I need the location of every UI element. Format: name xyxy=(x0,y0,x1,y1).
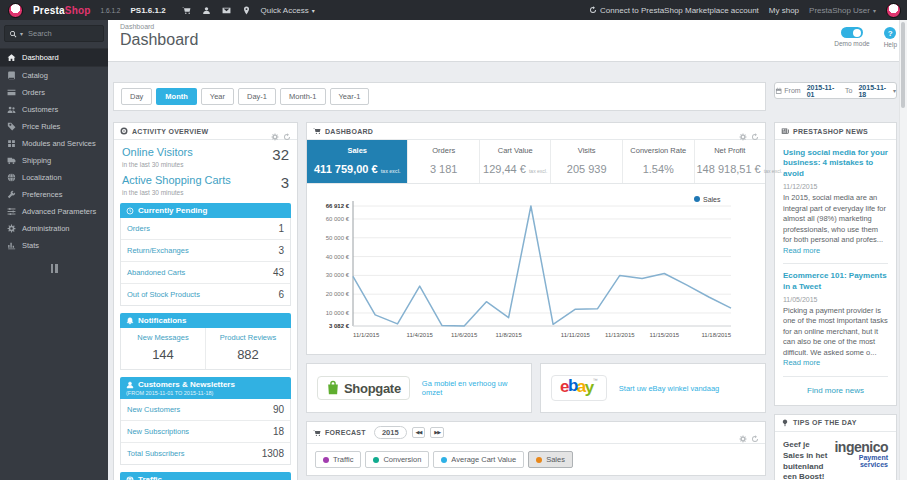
customers-row: Total Subscribers1308 xyxy=(121,443,290,464)
kpi-tab-net-profit[interactable]: Net Profit 148 918,51 € tax excl. xyxy=(694,140,766,183)
chevron-down-icon: ▾ xyxy=(873,7,876,14)
brand-presta: Presta xyxy=(33,5,65,16)
pending-row: Orders1 xyxy=(121,218,290,240)
gear-icon xyxy=(271,133,279,141)
conversion-dot-icon xyxy=(373,457,379,463)
forecast-average-cart-value-button[interactable]: Average Cart Value xyxy=(433,451,524,468)
my-shop-link[interactable]: My shop xyxy=(769,6,799,15)
panel-settings-button[interactable] xyxy=(739,127,747,135)
sidebar-item-localization[interactable]: Localization xyxy=(0,169,108,186)
mail-icon[interactable] xyxy=(222,6,231,15)
lightbulb-icon xyxy=(781,419,789,427)
out-of-stock-link[interactable]: Out of Stock Products xyxy=(127,290,200,299)
forecast-sales-button[interactable]: Sales xyxy=(528,451,573,468)
forecast-traffic-button[interactable]: Traffic xyxy=(315,451,361,468)
product-reviews-link[interactable]: Product Reviews xyxy=(208,333,288,342)
scrollbar[interactable] xyxy=(899,20,907,480)
shopgate-link[interactable]: Ga mobiel en verhoog uw omzet xyxy=(422,379,521,397)
svg-text:66 912 €: 66 912 € xyxy=(326,203,350,209)
read-more-link[interactable]: Read more xyxy=(783,358,820,367)
news-article-title[interactable]: Ecommerce 101: Payments in a Tweet xyxy=(783,271,888,292)
total-subscribers-link[interactable]: Total Subscribers xyxy=(127,449,185,458)
truck-icon xyxy=(7,156,16,165)
user-icon[interactable] xyxy=(202,6,211,15)
sidebar-item-stats[interactable]: Stats xyxy=(0,237,108,254)
news-article-date: 11/12/2015 xyxy=(783,183,888,190)
new-messages-link[interactable]: New Messages xyxy=(123,333,203,342)
kpi-tab-cart-value[interactable]: Cart Value 129,44 € tax excl. xyxy=(479,140,551,183)
svg-text:50 000 €: 50 000 € xyxy=(326,235,350,241)
brand-shop: Shop xyxy=(65,5,91,16)
sidebar-item-customers[interactable]: Customers xyxy=(0,101,108,118)
sidebar-item-advanced-parameters[interactable]: Advanced Parameters xyxy=(0,203,108,220)
date-range-picker[interactable]: From 2015-11-01 To 2015-11-18 ▾ xyxy=(774,82,897,99)
ebay-link[interactable]: Start uw eBay winkel vandaag xyxy=(619,384,719,393)
cart-icon xyxy=(313,429,321,437)
help-icon[interactable]: ? xyxy=(884,27,896,39)
panel-settings-button[interactable] xyxy=(739,429,747,437)
user-menu[interactable]: PrestaShop User▾ xyxy=(809,6,876,15)
sidebar-search[interactable]: ▾ xyxy=(4,25,104,42)
demo-mode-toggle[interactable] xyxy=(841,27,863,38)
kpi-tab-orders[interactable]: Orders 3 181 xyxy=(407,140,479,183)
filter-month-1-button[interactable]: Month-1 xyxy=(280,88,326,105)
find-more-news-link[interactable]: Find more news xyxy=(783,384,888,401)
topbar: PrestaShop 1.6.1.2 PS1.6.1.2 Quick Acces… xyxy=(0,0,907,20)
wrench-icon xyxy=(7,190,16,199)
marketplace-link[interactable]: Connect to PrestaShop Marketplace accoun… xyxy=(589,6,759,15)
refresh-icon xyxy=(283,133,291,141)
kpi-row: Sales 411 759,00 € tax excl. Orders 3 18… xyxy=(307,140,765,184)
filter-day-1-button[interactable]: Day-1 xyxy=(238,88,276,105)
dashboard-panel: DASHBOARD Sales 411 759,00 € tax excl. xyxy=(306,122,766,355)
pending-row: Abandoned Carts43 xyxy=(121,262,290,284)
sidebar-item-orders[interactable]: Orders xyxy=(0,84,108,101)
sidebar-item-preferences[interactable]: Preferences xyxy=(0,186,108,203)
scrollbar-thumb[interactable] xyxy=(901,22,905,108)
svg-text:11/4/2015: 11/4/2015 xyxy=(407,332,434,338)
filter-year-1-button[interactable]: Year-1 xyxy=(330,88,370,105)
collapse-menu-button[interactable] xyxy=(48,264,60,273)
filter-month-button[interactable]: Month xyxy=(156,88,197,105)
sidebar-item-catalog[interactable]: Catalog xyxy=(0,67,108,84)
avatar[interactable] xyxy=(886,3,901,18)
customers-row: New Subscriptions18 xyxy=(121,421,290,443)
search-icon xyxy=(9,30,17,38)
sidebar-menu: Dashboard Catalog Orders Customers Price… xyxy=(0,48,108,254)
demo-mode-label: Demo mode xyxy=(834,40,869,47)
sidebar-item-administration[interactable]: Administration xyxy=(0,220,108,237)
cart-icon[interactable] xyxy=(182,6,191,15)
quick-access-menu[interactable]: Quick Access▾ xyxy=(261,6,315,15)
cart-icon xyxy=(313,127,321,135)
new-customers-link[interactable]: New Customers xyxy=(127,405,180,414)
active-carts-link[interactable]: Active Shopping Carts xyxy=(122,174,231,186)
news-article-title[interactable]: Using social media for your business: 4 … xyxy=(783,148,888,179)
sidebar-item-dashboard[interactable]: Dashboard xyxy=(0,48,108,67)
sidebar-item-price-rules[interactable]: Price Rules xyxy=(0,118,108,135)
new-subscriptions-link[interactable]: New Subscriptions xyxy=(127,427,189,436)
kpi-tab-conversion-rate[interactable]: Conversion Rate 1.54% xyxy=(622,140,694,183)
sidebar-item-shipping[interactable]: Shipping xyxy=(0,152,108,169)
panel-refresh-button[interactable] xyxy=(283,127,291,135)
panel-refresh-button[interactable] xyxy=(751,127,759,135)
clock-icon xyxy=(126,207,134,215)
orders-link[interactable]: Orders xyxy=(127,224,150,233)
pin-icon[interactable] xyxy=(242,6,251,15)
kpi-tab-sales[interactable]: Sales 411 759,00 € tax excl. xyxy=(307,140,407,183)
shopgate-ad-panel: Shopgate Ga mobiel en verhoog uw omzet xyxy=(306,363,532,413)
sidebar-item-modules[interactable]: Modules and Services xyxy=(0,135,108,152)
panel-settings-button[interactable] xyxy=(271,127,279,135)
svg-text:20 000 €: 20 000 € xyxy=(326,291,350,297)
abandoned-carts-link[interactable]: Abandoned Carts xyxy=(127,268,185,277)
forecast-conversion-button[interactable]: Conversion xyxy=(365,451,429,468)
prestashop-admin: PrestaShop 1.6.1.2 PS1.6.1.2 Quick Acces… xyxy=(0,0,907,480)
panel-refresh-button[interactable] xyxy=(751,429,759,437)
search-input[interactable] xyxy=(26,28,90,39)
read-more-link[interactable]: Read more xyxy=(783,246,820,255)
returns-link[interactable]: Return/Exchanges xyxy=(127,246,189,255)
online-visitors-link[interactable]: Online Visitors xyxy=(122,146,193,158)
filter-day-button[interactable]: Day xyxy=(121,88,152,105)
next-year-button[interactable]: ▶▶ xyxy=(430,427,444,438)
kpi-tab-visits[interactable]: Visits 205 939 xyxy=(550,140,622,183)
filter-year-button[interactable]: Year xyxy=(201,88,234,105)
previous-year-button[interactable]: ◀◀ xyxy=(412,427,426,438)
